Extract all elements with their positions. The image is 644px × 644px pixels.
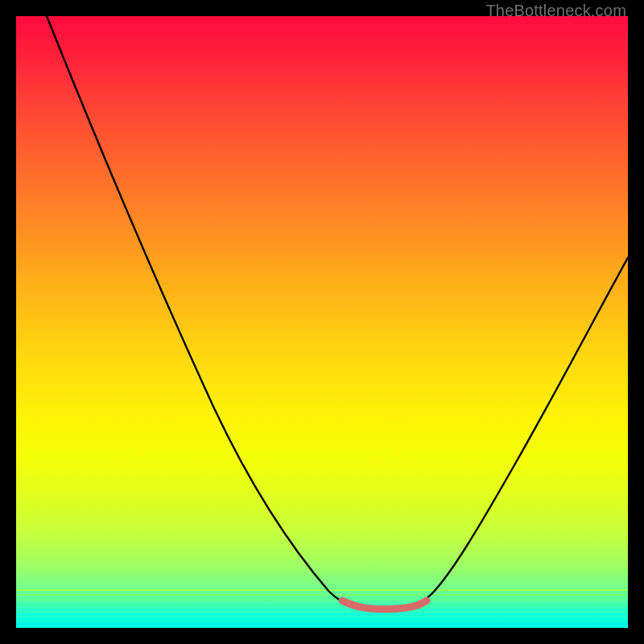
bottleneck-curve	[47, 16, 628, 609]
chart-frame: TheBottleneck.com	[0, 0, 644, 644]
bottom-highlight	[342, 601, 427, 609]
curve-layer	[16, 16, 628, 628]
watermark-text: TheBottleneck.com	[485, 2, 626, 20]
plot-area	[16, 16, 628, 628]
